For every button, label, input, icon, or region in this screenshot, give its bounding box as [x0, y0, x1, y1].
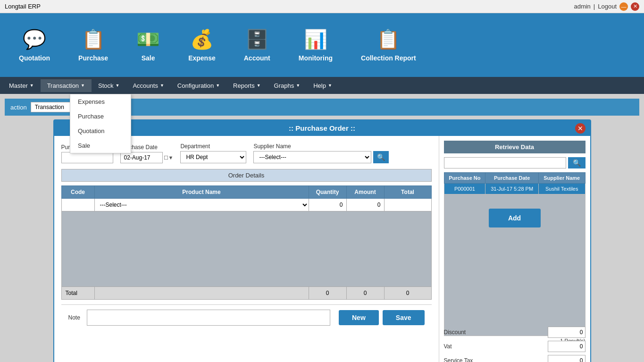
modal-body: Purchase No. Purchase Date ☐▼ Department: [54, 136, 590, 362]
cell-amount: [346, 199, 384, 211]
discount-input[interactable]: [548, 327, 585, 338]
menu-stock[interactable]: Stock ▼: [92, 79, 126, 92]
charges-section: Discount Vat Service Tax S.C.: [444, 327, 585, 362]
table-row: ---Select---: [61, 199, 431, 211]
code-input[interactable]: [62, 199, 94, 210]
total-amount-cell: 0: [346, 287, 384, 300]
app-title: Longtail ERP: [5, 3, 41, 10]
logout-link[interactable]: Logout: [598, 3, 617, 10]
nav-purchase[interactable]: 📋 Purchase: [64, 24, 122, 67]
retrieve-header: Retrieve Data: [444, 141, 585, 153]
bottom-actions: Note New Save: [61, 304, 432, 330]
amount-input[interactable]: [347, 199, 384, 210]
nav-account[interactable]: 🗄️ Account: [230, 24, 284, 67]
menu-accounts[interactable]: Accounts ▼: [126, 79, 170, 92]
retrieve-cell-purchase-date: 31-Jul-17 5:28 PM: [485, 184, 539, 194]
retrieve-table: Purchase No Purchase Date Supplier Name …: [444, 172, 585, 336]
supplier-name-field: Supplier Name ---Select--- 🔍: [253, 143, 389, 163]
transaction-arrow-icon: ▼: [81, 83, 85, 88]
supplier-search-button[interactable]: 🔍: [373, 151, 389, 163]
vat-input[interactable]: [548, 341, 585, 352]
dropdown-expenses[interactable]: Expenses: [70, 94, 131, 109]
minimize-button[interactable]: —: [619, 2, 628, 11]
dropdown-quotation[interactable]: Quotation: [70, 124, 131, 138]
form-area: Purchase No. Purchase Date ☐▼ Department: [54, 136, 439, 362]
menu-bar: Master ▼ Transaction ▼ Stock ▼ Accounts …: [0, 77, 644, 94]
nav-monitoring-label: Monitoring: [299, 54, 333, 62]
cell-code: [61, 199, 94, 211]
service-tax-input[interactable]: [548, 355, 585, 362]
new-button[interactable]: New: [339, 310, 379, 325]
nav-collection-report-label: Collection Report: [361, 54, 416, 62]
dropdown-sale[interactable]: Sale: [70, 138, 131, 153]
monitoring-icon: 📊: [304, 28, 327, 51]
totals-row: Total 0 0 0: [61, 287, 431, 300]
nav-collection-report[interactable]: 📋 Collection Report: [347, 24, 430, 67]
menu-help[interactable]: Help ▼: [307, 79, 339, 92]
dropdown-purchase[interactable]: Purchase: [70, 109, 131, 124]
supplier-name-select[interactable]: ---Select---: [253, 151, 371, 163]
retrieve-cell-supplier-name: Sushil Textiles: [538, 184, 585, 194]
titlebar: Longtail ERP admin | Logout — ✕: [0, 0, 644, 13]
top-navigation: 💬 Quotation 📋 Purchase 💵 Sale 💰 Expense …: [0, 13, 644, 77]
order-details-header: Order Details: [61, 169, 432, 182]
total-input[interactable]: [385, 199, 431, 210]
vat-row: Vat: [444, 341, 585, 352]
quantity-input[interactable]: [309, 199, 346, 210]
nav-monitoring[interactable]: 📊 Monitoring: [284, 24, 347, 67]
order-table: Code Product Name Quantity Amount Total: [61, 185, 432, 300]
supplier-wrap: ---Select--- 🔍: [253, 151, 389, 163]
nav-sale[interactable]: 💵 Sale: [122, 24, 174, 67]
product-name-select[interactable]: ---Select---: [95, 199, 309, 211]
retrieve-row[interactable]: P000001 31-Jul-17 5:28 PM Sushil Textile…: [444, 184, 585, 194]
save-button[interactable]: Save: [383, 310, 425, 325]
modal-header: :: Purchase Order :: ✕: [54, 120, 590, 136]
nav-quotation[interactable]: 💬 Quotation: [5, 24, 64, 67]
nav-sale-label: Sale: [142, 54, 155, 62]
purchase-icon: 📋: [82, 28, 105, 51]
empty-area: [61, 211, 431, 287]
master-arrow-icon: ▼: [30, 83, 34, 88]
graphs-arrow-icon: ▼: [296, 83, 300, 88]
purchase-date-input[interactable]: [120, 152, 163, 163]
close-window-button[interactable]: ✕: [631, 2, 639, 11]
menu-reports[interactable]: Reports ▼: [226, 79, 267, 92]
note-label: Note: [68, 314, 80, 321]
col-total: Total: [384, 186, 431, 199]
menu-graphs[interactable]: Graphs ▼: [268, 79, 307, 92]
menu-configuration[interactable]: Configuration ▼: [171, 79, 226, 92]
note-input[interactable]: [87, 310, 330, 326]
purchase-order-modal: :: Purchase Order :: ✕ Purchase No. Purc…: [53, 119, 591, 362]
retrieve-cell-purchase-no: P000001: [444, 184, 485, 194]
department-select[interactable]: HR Dept: [180, 151, 246, 163]
discount-row: Discount: [444, 327, 585, 338]
date-nav-icon[interactable]: ☐▼: [164, 155, 174, 161]
quotation-icon: 💬: [23, 28, 46, 51]
col-product-name: Product Name: [94, 186, 309, 199]
nav-expense[interactable]: 💰 Expense: [174, 24, 230, 67]
retrieve-col-purchase-date: Purchase Date: [485, 173, 539, 184]
menu-master[interactable]: Master ▼: [2, 79, 41, 92]
retrieve-search-input[interactable]: [444, 157, 566, 168]
cell-product-name: ---Select---: [94, 199, 309, 211]
empty-row: [61, 211, 431, 287]
date-input-wrap: ☐▼: [120, 152, 174, 163]
modal-close-button[interactable]: ✕: [575, 123, 585, 134]
menu-transaction[interactable]: Transaction ▼: [41, 79, 92, 92]
retrieve-col-supplier-name: Supplier Name: [538, 173, 585, 184]
sale-icon: 💵: [136, 28, 160, 51]
right-panel: Retrieve Data 🔍 Purchase No Purchase Dat…: [439, 136, 590, 362]
nav-expense-label: Expense: [188, 54, 216, 62]
total-empty: [94, 287, 309, 300]
department-field: Department HR Dept: [180, 143, 246, 163]
reports-arrow-icon: ▼: [257, 83, 261, 88]
transaction-dropdown: Expenses Purchase Quotation Sale: [70, 94, 131, 153]
stock-arrow-icon: ▼: [116, 83, 120, 88]
total-quantity-cell: 0: [309, 287, 346, 300]
retrieve-search-button[interactable]: 🔍: [568, 157, 585, 168]
purchase-no-input[interactable]: [61, 152, 113, 163]
add-button[interactable]: Add: [489, 209, 541, 227]
account-icon: 🗄️: [245, 28, 269, 51]
discount-label: Discount: [444, 329, 491, 336]
col-code: Code: [61, 186, 94, 199]
